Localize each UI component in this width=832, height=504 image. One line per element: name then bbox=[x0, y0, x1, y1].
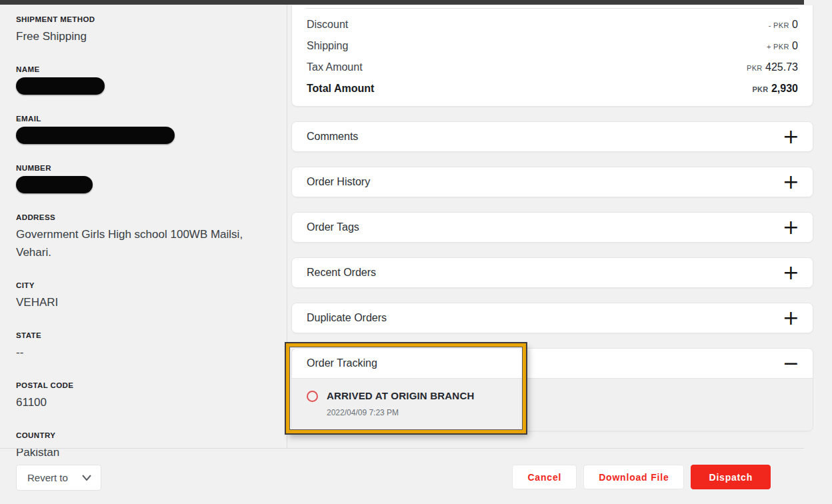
plus-icon[interactable]: + bbox=[783, 263, 799, 282]
tracking-event-text: ARRIVED AT ORIGIN BRANCH 2022/04/09 7:23… bbox=[327, 390, 474, 417]
field-label: SHIPMENT METHOD bbox=[16, 15, 271, 23]
field-label: COUNTRY bbox=[16, 431, 271, 439]
section-label: Order Tags bbox=[307, 221, 359, 233]
cancel-button[interactable]: Cancel bbox=[512, 465, 577, 489]
tracking-event: ARRIVED AT ORIGIN BRANCH 2022/04/09 7:23… bbox=[307, 390, 798, 417]
field-label: ADDRESS bbox=[16, 213, 271, 221]
field-value: Free Shipping bbox=[16, 27, 259, 45]
section-label: Order Tracking bbox=[307, 357, 377, 369]
section-header-order-tags[interactable]: Order Tags + bbox=[292, 213, 813, 242]
dispatch-button[interactable]: Dispatch bbox=[691, 465, 771, 489]
footer-buttons: Cancel Download File Dispatch bbox=[512, 465, 771, 489]
field-value: VEHARI bbox=[16, 293, 259, 311]
summary-value: - PKR 0 bbox=[769, 19, 798, 31]
section-header-comments[interactable]: Comments + bbox=[292, 122, 813, 151]
plus-icon[interactable]: + bbox=[783, 173, 799, 191]
summary-value: PKR 2,930 bbox=[752, 83, 798, 95]
totals-card: Discount - PKR 0 Shipping + PKR 0 Tax Am… bbox=[291, 5, 813, 107]
summary-label: Tax Amount bbox=[307, 61, 363, 73]
revert-to-label: Revert to bbox=[27, 472, 68, 483]
section-label: Duplicate Orders bbox=[307, 312, 387, 324]
plus-icon[interactable]: + bbox=[783, 127, 799, 146]
order-summary-panel: Discount - PKR 0 Shipping + PKR 0 Tax Am… bbox=[291, 5, 813, 446]
download-file-button[interactable]: Download File bbox=[583, 465, 684, 489]
section-label: Recent Orders bbox=[307, 267, 376, 279]
field-postal-code: POSTAL CODE 61100 bbox=[16, 381, 271, 411]
redaction-bar bbox=[16, 127, 175, 144]
section-header-order-history[interactable]: Order History + bbox=[292, 167, 813, 197]
minus-icon[interactable]: − bbox=[783, 354, 799, 373]
field-email: EMAIL bbox=[16, 115, 271, 144]
summary-label: Shipping bbox=[307, 40, 348, 52]
summary-row-discount: Discount - PKR 0 bbox=[292, 14, 813, 35]
divider bbox=[306, 8, 799, 9]
section-duplicate-orders: Duplicate Orders + bbox=[291, 303, 813, 333]
field-shipment-method: SHIPMENT METHOD Free Shipping bbox=[16, 15, 271, 45]
plus-icon[interactable]: + bbox=[783, 218, 799, 237]
field-address: ADDRESS Government Girls High school 100… bbox=[16, 213, 271, 261]
field-number: NUMBER bbox=[16, 164, 271, 193]
order-tracking-body: ARRIVED AT ORIGIN BRANCH 2022/04/09 7:23… bbox=[292, 378, 813, 431]
summary-value: PKR 425.73 bbox=[747, 61, 798, 73]
field-label: NAME bbox=[16, 65, 271, 73]
revert-to-dropdown[interactable]: Revert to bbox=[16, 465, 101, 491]
section-order-tags: Order Tags + bbox=[291, 212, 813, 243]
field-value: Government Girls High school 100WB Mails… bbox=[16, 225, 259, 261]
summary-value: + PKR 0 bbox=[767, 40, 798, 52]
section-label: Comments bbox=[307, 131, 358, 143]
field-label: EMAIL bbox=[16, 115, 271, 123]
summary-row-shipping: Shipping + PKR 0 bbox=[292, 35, 813, 57]
section-recent-orders: Recent Orders + bbox=[291, 257, 813, 288]
section-header-order-tracking[interactable]: Order Tracking − bbox=[292, 349, 813, 378]
top-dark-bar bbox=[0, 0, 804, 5]
footer-action-bar: Revert to Cancel Download File Dispatch bbox=[0, 449, 832, 504]
status-circle-icon bbox=[307, 391, 318, 402]
field-label: POSTAL CODE bbox=[16, 381, 271, 389]
field-value: 61100 bbox=[16, 393, 259, 411]
section-header-recent-orders[interactable]: Recent Orders + bbox=[292, 258, 813, 287]
field-city: CITY VEHARI bbox=[16, 281, 271, 311]
tracking-status: ARRIVED AT ORIGIN BRANCH bbox=[327, 390, 474, 401]
chevron-down-icon bbox=[82, 475, 91, 481]
section-header-duplicate-orders[interactable]: Duplicate Orders + bbox=[292, 303, 813, 333]
section-comments: Comments + bbox=[291, 121, 813, 152]
section-label: Order History bbox=[307, 176, 370, 188]
redaction-bar bbox=[16, 77, 105, 95]
field-state: STATE -- bbox=[16, 331, 271, 361]
plus-icon[interactable]: + bbox=[783, 309, 799, 327]
section-order-history: Order History + bbox=[291, 167, 813, 197]
redaction-bar bbox=[16, 176, 93, 193]
summary-row-tax: Tax Amount PKR 425.73 bbox=[292, 57, 813, 78]
summary-label: Discount bbox=[307, 19, 348, 31]
field-name: NAME bbox=[16, 65, 271, 95]
field-label: CITY bbox=[16, 281, 271, 289]
field-value: -- bbox=[16, 343, 259, 361]
vertical-divider bbox=[287, 5, 287, 448]
order-details-sidebar: SHIPMENT METHOD Free Shipping NAME EMAIL… bbox=[0, 5, 287, 448]
section-order-tracking: Order Tracking − ARRIVED AT ORIGIN BRANC… bbox=[291, 348, 813, 431]
field-label: STATE bbox=[16, 331, 271, 339]
summary-row-total: Total Amount PKR 2,930 bbox=[292, 78, 813, 99]
summary-label: Total Amount bbox=[307, 83, 374, 95]
tracking-timestamp: 2022/04/09 7:23 PM bbox=[327, 408, 474, 417]
field-label: NUMBER bbox=[16, 164, 271, 172]
